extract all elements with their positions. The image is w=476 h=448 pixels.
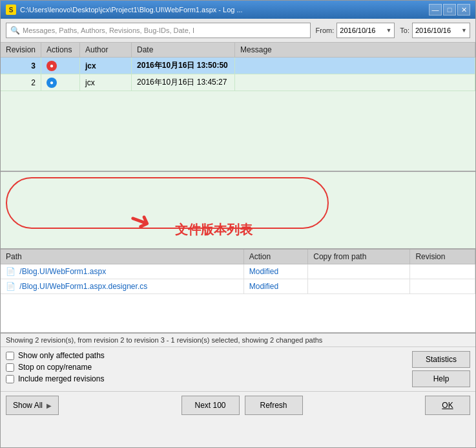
status-bar: Showing 2 revision(s), from revision 2 t…	[1, 334, 475, 347]
close-button[interactable]: ✕	[457, 4, 470, 16]
app-icon: S	[6, 5, 16, 15]
stop-on-copy-checkbox[interactable]	[6, 363, 14, 372]
col-date: Date	[132, 43, 235, 58]
log-cell-author: jcx	[80, 74, 132, 91]
stop-on-copy-option[interactable]: Stop on copy/rename	[6, 363, 105, 372]
bottom-bar: Show All ▶ Next 100 Refresh OK	[1, 391, 475, 419]
to-label: To:	[400, 27, 409, 34]
annotation-area: ➜ 文件版本列表	[1, 172, 475, 250]
paths-panel: Path Action Copy from path Revision 📄 /B…	[1, 250, 475, 334]
ok-button[interactable]: OK	[425, 396, 470, 415]
show-affected-option[interactable]: Show only affected paths	[6, 351, 105, 360]
annotation-text: 文件版本列表	[175, 221, 253, 239]
from-date-arrow-icon: ▼	[386, 27, 391, 34]
log-cell-actions: ●	[41, 58, 80, 74]
log-cell-revision: 2	[1, 74, 41, 91]
path-cell-revision	[410, 264, 475, 279]
paths-table-header: Path Action Copy from path Revision	[1, 250, 475, 264]
log-cell-revision: 3	[1, 58, 41, 74]
paths-table-row[interactable]: 📄 /Blog.UI/WebForm1.aspx.designer.cs Mod…	[1, 279, 475, 294]
title-bar-buttons: — □ ✕	[429, 4, 470, 16]
checkboxes-group: Show only affected paths Stop on copy/re…	[6, 351, 105, 383]
show-affected-label: Show only affected paths	[18, 351, 105, 360]
to-date-input[interactable]: 2016/10/16 ▼	[412, 23, 470, 38]
search-placeholder-text: Messages, Paths, Authors, Revisions, Bug…	[23, 27, 194, 34]
col-revision: Revision	[1, 43, 41, 58]
minimize-button[interactable]: —	[429, 4, 442, 16]
stop-on-copy-label: Stop on copy/rename	[18, 363, 92, 372]
path-cell-path: 📄 /Blog.UI/WebForm1.aspx.designer.cs	[1, 279, 243, 294]
log-table-row[interactable]: 2 ● jcx 2016年10月16日 13:45:27	[1, 74, 475, 91]
search-icon: 🔍	[10, 26, 20, 35]
from-date-value: 2016/10/16	[340, 27, 375, 34]
col-message: Message	[235, 43, 475, 58]
path-cell-action: Modified	[243, 264, 308, 279]
show-all-button[interactable]: Show All ▶	[6, 396, 59, 415]
col-path: Path	[1, 250, 243, 264]
log-cell-message	[235, 58, 475, 74]
paths-table: Path Action Copy from path Revision 📄 /B…	[1, 250, 475, 294]
file-icon: 📄	[6, 282, 16, 291]
col-actions: Actions	[41, 43, 80, 58]
log-table-row[interactable]: 3 ● jcx 2016年10月16日 13:50:50	[1, 58, 475, 74]
red-oval-annotation	[6, 177, 329, 229]
show-affected-checkbox[interactable]	[6, 352, 14, 360]
to-date-value: 2016/10/16	[415, 27, 451, 34]
from-date-input[interactable]: 2016/10/16 ▼	[336, 23, 395, 38]
options-area: Show only affected paths Stop on copy/re…	[1, 347, 475, 391]
filter-bar: 🔍 Messages, Paths, Authors, Revisions, B…	[1, 19, 475, 43]
status-text: Showing 2 revision(s), from revision 2 t…	[6, 336, 322, 344]
col-action: Action	[243, 250, 308, 264]
include-merged-label: Include merged revisions	[18, 374, 104, 383]
log-cell-actions: ●	[41, 74, 80, 91]
log-cell-message	[235, 74, 475, 91]
next-100-button[interactable]: Next 100	[181, 396, 240, 415]
arrow-icon: ➜	[125, 203, 156, 239]
bottom-center-buttons: Next 100 Refresh	[181, 396, 303, 415]
show-all-label: Show All	[13, 401, 43, 410]
paths-table-row[interactable]: 📄 /Blog.UI/WebForm1.aspx Modified	[1, 264, 475, 279]
log-cell-author: jcx	[80, 58, 132, 74]
log-table: Revision Actions Author Date Message 3 ●…	[1, 43, 475, 91]
path-cell-path: 📄 /Blog.UI/WebForm1.aspx	[1, 264, 243, 279]
from-label: From:	[316, 27, 335, 34]
title-bar-left: S C:\Users\lenovo\Desktop\jcx\Project1\B…	[6, 5, 243, 15]
main-window: S C:\Users\lenovo\Desktop\jcx\Project1\B…	[0, 0, 476, 448]
statistics-button[interactable]: Statistics	[412, 351, 470, 368]
log-panel: Revision Actions Author Date Message 3 ●…	[1, 43, 475, 172]
to-date-arrow-icon: ▼	[461, 27, 467, 34]
path-cell-revision	[410, 279, 475, 294]
include-merged-checkbox[interactable]	[6, 375, 14, 383]
path-cell-copy-from	[308, 279, 410, 294]
to-date-group: To: 2016/10/16 ▼	[400, 23, 470, 38]
show-all-arrow-icon: ▶	[47, 402, 52, 409]
log-table-header: Revision Actions Author Date Message	[1, 43, 475, 58]
from-date-group: From: 2016/10/16 ▼	[316, 23, 395, 38]
log-cell-date: 2016年10月16日 13:45:27	[132, 74, 235, 91]
action-icon: ●	[47, 78, 57, 88]
action-icon: ●	[47, 61, 57, 71]
log-cell-date: 2016年10月16日 13:50:50	[132, 58, 235, 74]
path-link[interactable]: /Blog.UI/WebForm1.aspx	[19, 267, 106, 276]
file-icon: 📄	[6, 267, 16, 276]
maximize-button[interactable]: □	[443, 4, 456, 16]
include-merged-option[interactable]: Include merged revisions	[6, 374, 105, 383]
col-author: Author	[80, 43, 132, 58]
bottom-left-buttons: Show All ▶	[6, 396, 59, 415]
window-title: C:\Users\lenovo\Desktop\jcx\Project1\Blo…	[20, 6, 243, 14]
path-cell-copy-from	[308, 264, 410, 279]
path-cell-action: Modified	[243, 279, 308, 294]
col-path-revision: Revision	[410, 250, 475, 264]
search-box[interactable]: 🔍 Messages, Paths, Authors, Revisions, B…	[6, 23, 311, 38]
side-buttons: Statistics Help	[412, 351, 470, 387]
title-bar: S C:\Users\lenovo\Desktop\jcx\Project1\B…	[1, 1, 475, 19]
path-link[interactable]: /Blog.UI/WebForm1.aspx.designer.cs	[19, 282, 147, 291]
refresh-button[interactable]: Refresh	[245, 396, 303, 415]
help-button[interactable]: Help	[412, 370, 470, 387]
col-copy-from: Copy from path	[308, 250, 410, 264]
